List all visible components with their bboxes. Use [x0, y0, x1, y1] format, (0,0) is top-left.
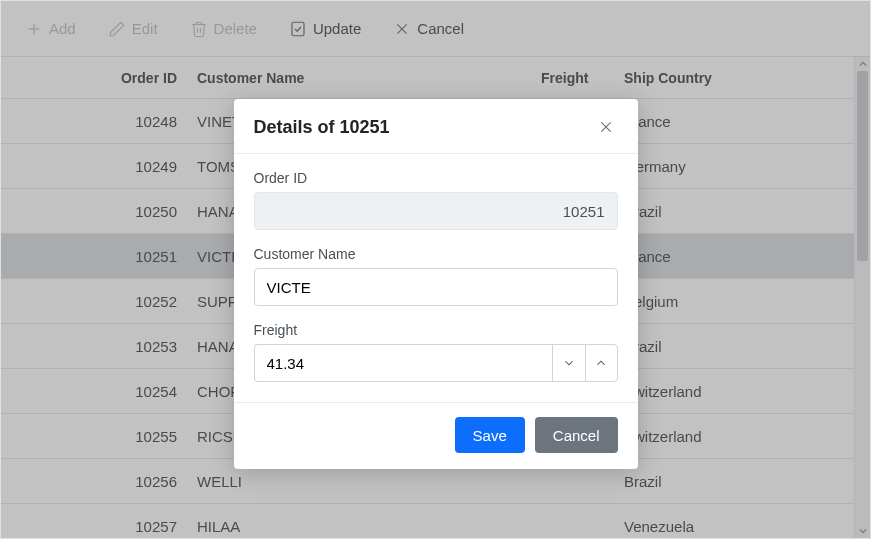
freight-decrement[interactable]	[552, 344, 585, 382]
dialog-header: Details of 10251	[234, 99, 638, 154]
order-id-input	[254, 192, 618, 230]
freight-label: Freight	[254, 322, 618, 338]
dialog-body: Order ID Customer Name Freight	[234, 154, 638, 402]
freight-input[interactable]	[254, 344, 553, 382]
customer-name-label: Customer Name	[254, 246, 618, 262]
field-customer-name: Customer Name	[254, 246, 618, 306]
dialog-cancel-button[interactable]: Cancel	[535, 417, 618, 453]
modal-overlay: Details of 10251 Order ID Customer Name …	[1, 1, 870, 538]
dialog-title: Details of 10251	[254, 117, 390, 138]
close-icon[interactable]	[594, 115, 618, 139]
order-id-label: Order ID	[254, 170, 618, 186]
dialog-footer: Save Cancel	[234, 402, 638, 469]
freight-numeric	[254, 344, 618, 382]
freight-increment[interactable]	[585, 344, 618, 382]
field-order-id: Order ID	[254, 170, 618, 230]
customer-name-input[interactable]	[254, 268, 618, 306]
save-button[interactable]: Save	[455, 417, 525, 453]
field-freight: Freight	[254, 322, 618, 382]
edit-dialog: Details of 10251 Order ID Customer Name …	[234, 99, 638, 469]
